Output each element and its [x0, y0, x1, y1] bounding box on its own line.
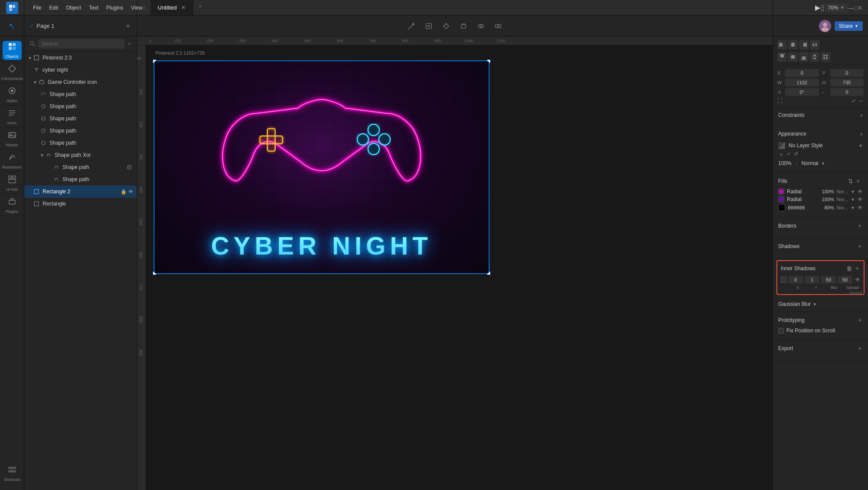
refresh-style-button[interactable]: ↺ [794, 151, 798, 159]
align-center-v-button[interactable] [788, 52, 798, 62]
add-shadow-button[interactable]: ＋ [857, 242, 863, 250]
icons-tool[interactable]: Icons [3, 107, 22, 126]
menu-file[interactable]: File [30, 3, 45, 12]
pen-tool[interactable] [405, 20, 418, 32]
visibility-icon[interactable]: 👁 [128, 189, 133, 195]
fill-blend-dropdown-1[interactable]: ▼ [851, 189, 855, 194]
chevron-down-icon[interactable]: ▼ [28, 56, 32, 60]
x-input[interactable]: 0 [785, 69, 819, 77]
fill-opacity-3[interactable]: 80% [819, 205, 834, 210]
menu-object[interactable]: Object [62, 3, 85, 12]
layer-shape-path-xor[interactable]: ▼ Shape path Xor [24, 149, 137, 161]
transform-tool[interactable] [423, 20, 435, 32]
fill-blend-1[interactable]: Nor... [837, 189, 848, 194]
align-top-button[interactable] [777, 52, 787, 62]
layer-shape-path-3[interactable]: Shape path [24, 113, 137, 125]
fill-blend-2[interactable]: Nor... [837, 197, 848, 202]
add-style-button[interactable]: ＋ [778, 151, 784, 159]
tidy-up-button[interactable] [821, 52, 830, 62]
play-button[interactable]: ▶ [815, 3, 820, 12]
distribute-v-button[interactable] [810, 52, 819, 62]
fill-color-3[interactable]: 000000 [788, 205, 816, 211]
styles-tool[interactable]: Styles [3, 85, 22, 104]
main-tab[interactable]: Untitled ✕ [151, 0, 193, 15]
objects-tool[interactable]: Objects [3, 41, 22, 60]
mask-tool[interactable] [457, 20, 470, 32]
chevron-down-icon[interactable]: ▼ [40, 153, 44, 158]
photos-tool[interactable]: Photos [3, 129, 22, 149]
align-right-button[interactable] [799, 40, 809, 50]
distribute-h-button[interactable] [810, 40, 819, 50]
inner-shadow-spread-input[interactable]: 50 [838, 276, 852, 284]
component-tool[interactable] [440, 20, 452, 32]
fill-blend-3[interactable]: Nor... [837, 205, 848, 210]
layer-rectangle-2[interactable]: Rectangle 2 🔒 👁 [24, 185, 137, 198]
gaussian-blur-label[interactable]: Gaussian Blur [778, 301, 811, 307]
tab-close-icon[interactable]: ✕ [181, 4, 186, 11]
boolean-tool[interactable] [475, 20, 487, 32]
zoom-control[interactable]: 70% ▼ [825, 3, 848, 12]
fill-blend-dropdown-3[interactable]: ▼ [851, 205, 855, 210]
share-button[interactable]: Share ▼ [835, 21, 863, 31]
chevron-down-icon[interactable]: ▼ [33, 80, 37, 85]
fix-position-checkbox[interactable] [778, 328, 784, 334]
inner-shadow-visibility-button[interactable]: 👁 [855, 277, 860, 283]
canvas-area[interactable]: 0 100 200 300 400 500 600 700 800 900 10… [137, 36, 773, 490]
grid-view-icon[interactable]: ⣿ [820, 4, 825, 11]
menu-plugins[interactable]: Plugins [103, 3, 127, 12]
gaussian-blur-dropdown[interactable]: ▼ [812, 302, 817, 307]
app-logo[interactable] [6, 2, 18, 14]
y-input[interactable]: 0 [830, 69, 864, 77]
illustrations-tool[interactable]: Illustrations [3, 152, 22, 171]
fill-visibility-1[interactable]: 👁 [858, 189, 863, 195]
maximize-button[interactable]: □ [854, 4, 858, 11]
menu-text[interactable]: Text [85, 3, 102, 12]
resize-icon[interactable]: ⤢ [852, 98, 856, 104]
layer-shape-path-4[interactable]: Shape path [24, 125, 137, 137]
layer-game-controller-group[interactable]: ▼ Game Controller icon [24, 76, 137, 88]
layer-shape-sub-1[interactable]: Shape path [24, 161, 137, 173]
w-input[interactable]: 1102 [785, 79, 819, 86]
inner-shadow-checkbox[interactable] [781, 277, 786, 283]
design-frame[interactable]: CYBER NIGHT [154, 60, 490, 274]
align-left-button[interactable] [777, 40, 787, 50]
layer-shape-path-1[interactable]: Shape path [24, 88, 137, 100]
home-icon[interactable]: ⌂ [137, 0, 151, 15]
blend-mode-select[interactable]: Normal [802, 160, 819, 166]
plugins-tool[interactable]: Plugins [3, 196, 22, 215]
inner-shadow-blur-input[interactable]: 50 [821, 276, 836, 284]
canvas-work-area[interactable]: Pinterest 2:3 1102×735 [146, 45, 773, 490]
lock-icon[interactable]: 🔒 [121, 189, 127, 195]
constraints-toggle[interactable]: ∧ [860, 113, 863, 118]
minimize-button[interactable]: — [848, 4, 854, 11]
add-page-button[interactable]: ＋ [125, 21, 132, 30]
add-fill-button[interactable]: ＋ [855, 177, 861, 185]
menu-edit[interactable]: Edit [46, 3, 62, 12]
add-border-button[interactable]: ＋ [857, 222, 863, 230]
add-inner-shadow-button[interactable]: ＋ [854, 265, 860, 272]
add-prototyping-button[interactable]: ＋ [857, 316, 863, 324]
new-tab-button[interactable]: ＋ [193, 0, 207, 15]
ui-kits-tool[interactable]: UI Kits [3, 174, 22, 193]
fill-blend-dropdown-2[interactable]: ▼ [851, 197, 855, 202]
fill-swatch-2[interactable] [778, 196, 784, 202]
check-style-button[interactable]: ✓ [787, 151, 791, 159]
inner-shadow-x-input[interactable]: 0 [788, 276, 803, 284]
fill-opacity-2[interactable]: 100% [819, 197, 834, 202]
search-input[interactable] [38, 39, 125, 49]
fill-opacity-1[interactable]: 100% [819, 189, 834, 194]
delete-inner-shadow-button[interactable]: 🗑 [846, 265, 852, 272]
layer-cyber-night[interactable]: cyber night [24, 64, 137, 76]
flex-tool[interactable] [492, 20, 504, 32]
fill-type-2[interactable]: Radial [787, 196, 816, 202]
layer-shape-path-2[interactable]: Shape path [24, 100, 137, 113]
close-button[interactable]: ✕ [858, 4, 863, 11]
inner-shadow-y-input[interactable]: 1 [805, 276, 819, 284]
add-export-button[interactable]: ＋ [857, 344, 863, 352]
select-tool[interactable]: ↖ [9, 21, 15, 31]
fill-visibility-3[interactable]: 👁 [858, 205, 863, 211]
layer-style-dropdown[interactable]: ▼ [858, 143, 863, 148]
h-input[interactable]: 735 [830, 79, 864, 86]
rotation-input[interactable]: 0° [785, 88, 819, 96]
flip-icon[interactable]: ↔ [858, 98, 864, 104]
